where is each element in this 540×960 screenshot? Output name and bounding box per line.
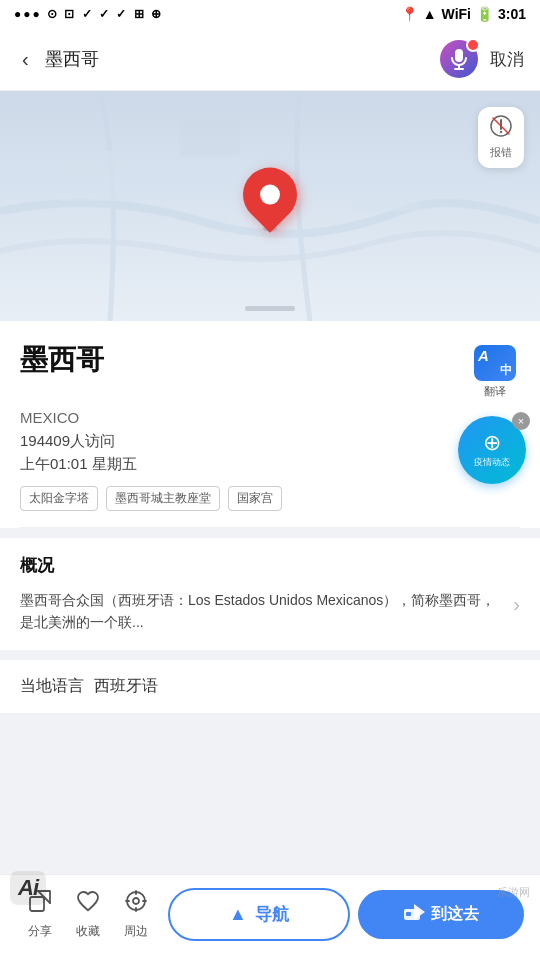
ai-badge: Ai [10,871,46,905]
pin-inner [260,185,280,205]
mic-icon [450,48,468,70]
watermark: 乐游网 [497,885,530,900]
action-bar: 分享 收藏 周边 ▲ 导航 [0,874,540,960]
signal-icon: ▲ [423,6,437,22]
section-gap-1 [0,528,540,538]
place-title: 墨西哥 [20,341,104,379]
nearby-icon [124,889,148,919]
search-query[interactable]: 墨西哥 [45,47,99,71]
svg-rect-5 [180,121,240,156]
pin-shape [232,156,308,232]
mic-button[interactable] [438,38,480,80]
back-button[interactable]: ‹ [16,46,35,73]
status-left: ●●● ⊙ ⊡ ✓ ✓ ✓ ⊞ ⊕ [14,7,163,21]
info-panel: 墨西哥 A 中 翻译 MEXICO 194409人访问 上午01:01 星期五 … [0,321,540,528]
nearby-button[interactable]: 周边 [112,885,160,944]
overview-title: 概况 [20,554,520,577]
divider [20,527,520,528]
arrive-icon [403,903,425,926]
battery-icon: 🔋 [476,6,493,22]
svg-rect-20 [406,912,411,916]
translate-label: 翻译 [484,384,506,399]
place-subtitle: MEXICO [20,409,520,426]
covid-close-button[interactable]: × [512,412,530,430]
map-pin [243,168,297,232]
tag-item[interactable]: 太阳金字塔 [20,486,98,511]
favorite-label: 收藏 [76,923,100,940]
share-label: 分享 [28,923,52,940]
report-label: 报错 [490,145,512,160]
svg-rect-0 [455,49,463,62]
language-label: 当地语言 [20,676,84,697]
status-right: 📍 ▲ WiFi 🔋 3:01 [401,6,526,22]
translate-icon: A 中 [474,345,516,381]
covid-label: 疫情动态 [474,456,510,469]
arrive-label: 到这去 [431,904,479,925]
covid-badge[interactable]: ⊕ 疫情动态 × [458,416,526,484]
info-header: 墨西哥 A 中 翻译 [20,341,520,403]
tag-item[interactable]: 国家宫 [228,486,282,511]
drag-handle[interactable] [245,306,295,311]
nearby-label: 周边 [124,923,148,940]
language-section: 当地语言 西班牙语 [0,660,540,713]
status-icons: ●●● ⊙ ⊡ ✓ ✓ ✓ ⊞ ⊕ [14,7,163,21]
report-error-button[interactable]: 报错 [478,107,524,168]
svg-point-8 [500,131,502,133]
local-time: 上午01:01 星期五 [20,455,520,474]
search-input-container: 墨西哥 [45,47,428,71]
tag-item[interactable]: 墨西哥城主教座堂 [106,486,220,511]
favorite-button[interactable]: 收藏 [64,885,112,944]
visitors-count: 194409人访问 [20,432,520,451]
section-gap-2 [0,650,540,660]
svg-rect-3 [60,151,140,201]
svg-point-13 [133,898,139,904]
svg-rect-4 [350,171,420,211]
search-bar: ‹ 墨西哥 取消 [0,28,540,91]
status-bar: ●●● ⊙ ⊡ ✓ ✓ ✓ ⊞ ⊕ 📍 ▲ WiFi 🔋 3:01 [0,0,540,28]
map-area: 报错 [0,91,540,321]
overview-section: 概况 墨西哥合众国（西班牙语：Los Estados Unidos Mexica… [0,538,540,650]
overview-arrow[interactable]: › [513,589,520,616]
wifi-icon: WiFi [442,6,471,22]
clock: 3:01 [498,6,526,22]
covid-plus-icon: ⊕ [483,432,501,454]
overview-text: 墨西哥合众国（西班牙语：Los Estados Unidos Mexicanos… [20,589,503,634]
report-icon [490,115,512,142]
nav-button[interactable]: ▲ 导航 [168,888,350,941]
favorite-icon [76,889,100,919]
cancel-button[interactable]: 取消 [490,48,524,71]
bottom-spacer [0,713,540,813]
tags-container: 太阳金字塔 墨西哥城主教座堂 国家宫 [20,486,520,511]
translate-a-letter: A [478,347,489,364]
nav-label: 导航 [255,903,289,926]
language-value: 西班牙语 [94,676,158,697]
location-icon: 📍 [401,6,418,22]
translate-zh-letter: 中 [500,362,512,379]
nav-icon: ▲ [229,904,247,925]
mic-circle [440,40,478,78]
translate-button[interactable]: A 中 翻译 [470,341,520,403]
overview-content[interactable]: 墨西哥合众国（西班牙语：Los Estados Unidos Mexicanos… [20,589,520,634]
